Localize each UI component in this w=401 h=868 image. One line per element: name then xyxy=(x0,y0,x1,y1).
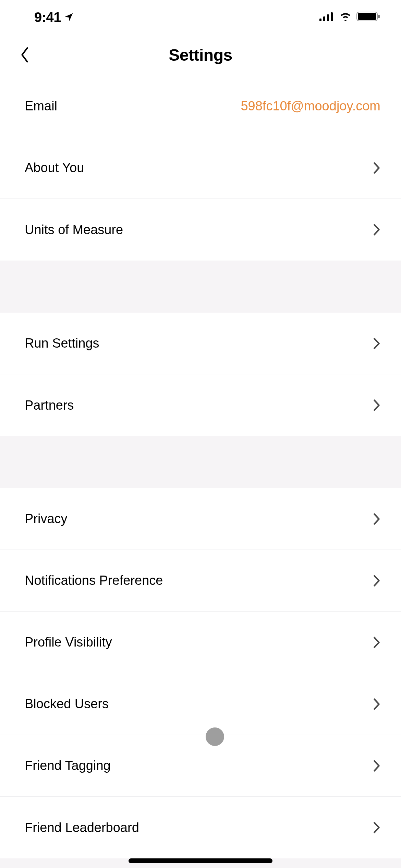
row-label: Friend Tagging xyxy=(25,758,111,773)
header: Settings xyxy=(0,34,401,75)
chevron-right-icon xyxy=(373,223,380,236)
row-partners[interactable]: Partners xyxy=(0,374,401,436)
status-bar: 9:41 xyxy=(0,0,401,34)
row-friend-leaderboard[interactable]: Friend Leaderboard xyxy=(0,797,401,858)
chevron-right-icon xyxy=(373,399,380,412)
back-button[interactable] xyxy=(14,45,35,65)
cellular-icon xyxy=(319,12,335,23)
row-label: Profile Visibility xyxy=(25,635,112,650)
battery-icon xyxy=(356,11,380,23)
row-email[interactable]: Email 598fc10f@moodjoy.com xyxy=(0,75,401,137)
row-label: Friend Leaderboard xyxy=(25,820,139,835)
section-gap xyxy=(0,436,401,488)
row-blocked-users[interactable]: Blocked Users xyxy=(0,673,401,735)
touch-indicator xyxy=(206,727,224,746)
section-gap xyxy=(0,261,401,313)
email-value: 598fc10f@moodjoy.com xyxy=(241,99,380,113)
row-label: Notifications Preference xyxy=(25,573,163,588)
chevron-right-icon xyxy=(373,636,380,649)
svg-rect-6 xyxy=(378,15,380,18)
svg-rect-5 xyxy=(358,13,376,20)
row-privacy[interactable]: Privacy xyxy=(0,488,401,550)
row-label: Email xyxy=(25,99,57,113)
section-account: Email 598fc10f@moodjoy.com About You Uni… xyxy=(0,75,401,261)
row-units-of-measure[interactable]: Units of Measure xyxy=(0,199,401,261)
section-run: Run Settings Partners xyxy=(0,313,401,436)
svg-rect-3 xyxy=(331,12,333,21)
row-about-you[interactable]: About You xyxy=(0,137,401,199)
location-icon xyxy=(64,12,74,22)
section-privacy: Privacy Notifications Preference Profile… xyxy=(0,488,401,858)
svg-rect-1 xyxy=(323,16,325,21)
row-label: Blocked Users xyxy=(25,697,109,711)
row-label: Units of Measure xyxy=(25,222,123,237)
chevron-right-icon xyxy=(373,574,380,587)
row-friend-tagging[interactable]: Friend Tagging xyxy=(0,735,401,797)
chevron-right-icon xyxy=(373,161,380,174)
row-label: About You xyxy=(25,160,84,175)
row-label: Privacy xyxy=(25,511,68,526)
row-profile-visibility[interactable]: Profile Visibility xyxy=(0,612,401,673)
row-run-settings[interactable]: Run Settings xyxy=(0,313,401,374)
chevron-right-icon xyxy=(373,821,380,834)
row-label: Partners xyxy=(25,398,74,413)
chevron-right-icon xyxy=(373,337,380,350)
row-label: Run Settings xyxy=(25,336,99,351)
chevron-right-icon xyxy=(373,698,380,711)
page-title: Settings xyxy=(0,46,401,64)
chevron-right-icon xyxy=(373,513,380,526)
status-time: 9:41 xyxy=(34,10,61,25)
status-left: 9:41 xyxy=(34,10,74,25)
home-indicator[interactable] xyxy=(129,858,272,863)
wifi-icon xyxy=(339,12,352,23)
row-notifications-preference[interactable]: Notifications Preference xyxy=(0,550,401,612)
svg-rect-0 xyxy=(319,19,321,21)
chevron-right-icon xyxy=(373,759,380,772)
svg-rect-2 xyxy=(327,14,329,21)
status-right xyxy=(319,11,380,23)
